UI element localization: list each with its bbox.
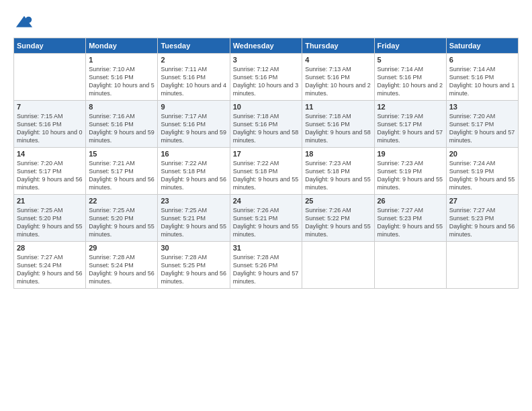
day-number: 18	[305, 150, 371, 158]
calendar-cell: 18Sunrise: 7:23 AMSunset: 5:18 PMDayligh…	[302, 148, 374, 195]
calendar-week-row: 21Sunrise: 7:25 AMSunset: 5:20 PMDayligh…	[14, 195, 519, 242]
day-number: 4	[305, 56, 371, 64]
calendar-cell: 21Sunrise: 7:25 AMSunset: 5:20 PMDayligh…	[14, 195, 86, 242]
calendar-week-row: 1Sunrise: 7:10 AMSunset: 5:16 PMDaylight…	[14, 54, 519, 101]
day-number: 21	[17, 197, 83, 205]
page: SundayMondayTuesdayWednesdayThursdayFrid…	[0, 0, 532, 411]
day-info: Sunrise: 7:25 AMSunset: 5:20 PMDaylight:…	[89, 206, 154, 239]
day-number: 24	[233, 197, 299, 205]
calendar-week-row: 14Sunrise: 7:20 AMSunset: 5:17 PMDayligh…	[14, 148, 519, 195]
day-number: 6	[449, 56, 515, 64]
calendar-cell: 25Sunrise: 7:26 AMSunset: 5:22 PMDayligh…	[302, 195, 374, 242]
calendar-cell: 8Sunrise: 7:16 AMSunset: 5:16 PMDaylight…	[86, 101, 158, 148]
header-day-monday: Monday	[86, 38, 158, 54]
calendar-cell: 4Sunrise: 7:13 AMSunset: 5:16 PMDaylight…	[302, 54, 374, 101]
calendar-cell: 12Sunrise: 7:19 AMSunset: 5:17 PMDayligh…	[374, 101, 446, 148]
day-info: Sunrise: 7:28 AMSunset: 5:24 PMDaylight:…	[89, 253, 154, 286]
day-info: Sunrise: 7:27 AMSunset: 5:23 PMDaylight:…	[378, 206, 443, 239]
day-number: 14	[17, 150, 83, 158]
day-info: Sunrise: 7:23 AMSunset: 5:18 PMDaylight:…	[305, 159, 371, 192]
day-info: Sunrise: 7:27 AMSunset: 5:23 PMDaylight:…	[449, 206, 515, 239]
day-number: 23	[161, 197, 226, 205]
day-number: 1	[89, 56, 154, 64]
logo-text	[13, 13, 34, 32]
day-info: Sunrise: 7:20 AMSunset: 5:17 PMDaylight:…	[17, 159, 83, 192]
calendar-cell: 15Sunrise: 7:21 AMSunset: 5:17 PMDayligh…	[86, 148, 158, 195]
calendar-cell: 13Sunrise: 7:20 AMSunset: 5:17 PMDayligh…	[446, 101, 518, 148]
day-number: 13	[449, 103, 515, 111]
calendar-cell	[302, 242, 374, 289]
day-info: Sunrise: 7:28 AMSunset: 5:26 PMDaylight:…	[233, 253, 299, 286]
day-number: 16	[161, 150, 226, 158]
day-info: Sunrise: 7:18 AMSunset: 5:16 PMDaylight:…	[305, 112, 371, 145]
day-number: 19	[378, 150, 443, 158]
svg-point-1	[26, 17, 32, 23]
day-number: 27	[449, 197, 515, 205]
day-number: 25	[305, 197, 371, 205]
logo	[13, 13, 34, 32]
calendar-cell: 3Sunrise: 7:12 AMSunset: 5:16 PMDaylight…	[230, 54, 302, 101]
day-number: 26	[378, 197, 443, 205]
day-info: Sunrise: 7:14 AMSunset: 5:16 PMDaylight:…	[449, 65, 515, 98]
calendar-cell: 17Sunrise: 7:22 AMSunset: 5:18 PMDayligh…	[230, 148, 302, 195]
calendar-cell: 27Sunrise: 7:27 AMSunset: 5:23 PMDayligh…	[446, 195, 518, 242]
calendar-week-row: 28Sunrise: 7:27 AMSunset: 5:24 PMDayligh…	[14, 242, 519, 289]
day-info: Sunrise: 7:22 AMSunset: 5:18 PMDaylight:…	[161, 159, 226, 192]
calendar-cell: 26Sunrise: 7:27 AMSunset: 5:23 PMDayligh…	[374, 195, 446, 242]
day-number: 28	[17, 244, 83, 252]
calendar-cell: 16Sunrise: 7:22 AMSunset: 5:18 PMDayligh…	[158, 148, 230, 195]
calendar-table: SundayMondayTuesdayWednesdayThursdayFrid…	[13, 38, 519, 289]
day-number: 22	[89, 197, 154, 205]
day-info: Sunrise: 7:15 AMSunset: 5:16 PMDaylight:…	[17, 112, 83, 145]
day-number: 29	[89, 244, 154, 252]
day-info: Sunrise: 7:23 AMSunset: 5:19 PMDaylight:…	[378, 159, 443, 192]
day-number: 2	[161, 56, 226, 64]
calendar-cell: 23Sunrise: 7:25 AMSunset: 5:21 PMDayligh…	[158, 195, 230, 242]
day-info: Sunrise: 7:16 AMSunset: 5:16 PMDaylight:…	[89, 112, 154, 145]
day-number: 8	[89, 103, 154, 111]
day-info: Sunrise: 7:19 AMSunset: 5:17 PMDaylight:…	[378, 112, 443, 145]
calendar-cell: 20Sunrise: 7:24 AMSunset: 5:19 PMDayligh…	[446, 148, 518, 195]
day-info: Sunrise: 7:26 AMSunset: 5:22 PMDaylight:…	[305, 206, 371, 239]
calendar-cell: 29Sunrise: 7:28 AMSunset: 5:24 PMDayligh…	[86, 242, 158, 289]
calendar-cell: 7Sunrise: 7:15 AMSunset: 5:16 PMDaylight…	[14, 101, 86, 148]
calendar-cell: 11Sunrise: 7:18 AMSunset: 5:16 PMDayligh…	[302, 101, 374, 148]
header-day-sunday: Sunday	[14, 38, 86, 54]
day-info: Sunrise: 7:25 AMSunset: 5:21 PMDaylight:…	[161, 206, 226, 239]
day-info: Sunrise: 7:13 AMSunset: 5:16 PMDaylight:…	[305, 65, 371, 98]
calendar-cell	[446, 242, 518, 289]
day-info: Sunrise: 7:14 AMSunset: 5:16 PMDaylight:…	[378, 65, 443, 98]
day-number: 17	[233, 150, 299, 158]
day-number: 11	[305, 103, 371, 111]
header-day-thursday: Thursday	[302, 38, 374, 54]
day-info: Sunrise: 7:20 AMSunset: 5:17 PMDaylight:…	[449, 112, 515, 145]
day-info: Sunrise: 7:24 AMSunset: 5:19 PMDaylight:…	[449, 159, 515, 192]
day-number: 9	[161, 103, 226, 111]
calendar-cell: 10Sunrise: 7:18 AMSunset: 5:16 PMDayligh…	[230, 101, 302, 148]
day-info: Sunrise: 7:28 AMSunset: 5:25 PMDaylight:…	[161, 253, 226, 286]
calendar-cell: 1Sunrise: 7:10 AMSunset: 5:16 PMDaylight…	[86, 54, 158, 101]
day-number: 12	[378, 103, 443, 111]
day-number: 7	[17, 103, 83, 111]
day-number: 30	[161, 244, 226, 252]
day-info: Sunrise: 7:27 AMSunset: 5:24 PMDaylight:…	[17, 253, 83, 286]
header-day-friday: Friday	[374, 38, 446, 54]
calendar-cell: 28Sunrise: 7:27 AMSunset: 5:24 PMDayligh…	[14, 242, 86, 289]
calendar-cell: 22Sunrise: 7:25 AMSunset: 5:20 PMDayligh…	[86, 195, 158, 242]
calendar-cell: 9Sunrise: 7:17 AMSunset: 5:16 PMDaylight…	[158, 101, 230, 148]
calendar-week-row: 7Sunrise: 7:15 AMSunset: 5:16 PMDaylight…	[14, 101, 519, 148]
day-info: Sunrise: 7:17 AMSunset: 5:16 PMDaylight:…	[161, 112, 226, 145]
day-info: Sunrise: 7:26 AMSunset: 5:21 PMDaylight:…	[233, 206, 299, 239]
day-info: Sunrise: 7:11 AMSunset: 5:16 PMDaylight:…	[161, 65, 226, 98]
day-info: Sunrise: 7:12 AMSunset: 5:16 PMDaylight:…	[233, 65, 299, 98]
day-info: Sunrise: 7:22 AMSunset: 5:18 PMDaylight:…	[233, 159, 299, 192]
calendar-cell: 6Sunrise: 7:14 AMSunset: 5:16 PMDaylight…	[446, 54, 518, 101]
header-day-tuesday: Tuesday	[158, 38, 230, 54]
day-number: 3	[233, 56, 299, 64]
header-day-saturday: Saturday	[446, 38, 518, 54]
calendar-cell: 19Sunrise: 7:23 AMSunset: 5:19 PMDayligh…	[374, 148, 446, 195]
calendar-cell: 5Sunrise: 7:14 AMSunset: 5:16 PMDaylight…	[374, 54, 446, 101]
calendar-cell: 31Sunrise: 7:28 AMSunset: 5:26 PMDayligh…	[230, 242, 302, 289]
day-number: 5	[378, 56, 443, 64]
day-number: 31	[233, 244, 299, 252]
